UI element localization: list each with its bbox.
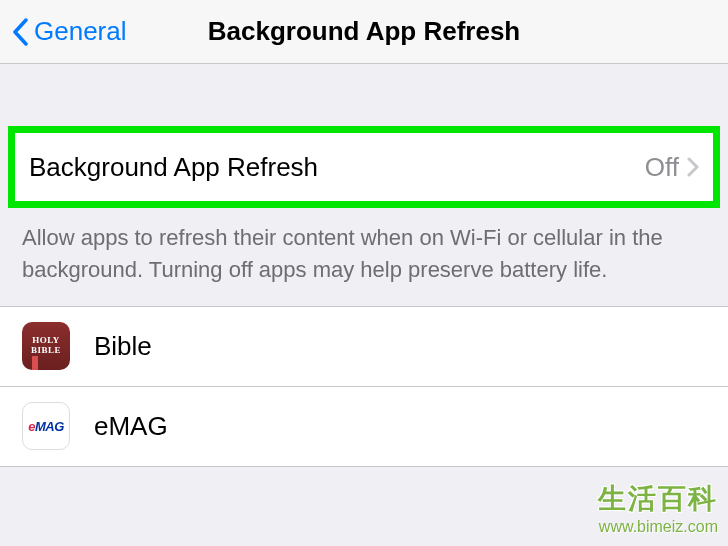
highlighted-setting-row: Background App Refresh Off [8, 126, 720, 208]
emag-app-icon: eMAG [22, 402, 70, 450]
navigation-bar: General Background App Refresh [0, 0, 728, 64]
background-app-refresh-row[interactable]: Background App Refresh Off [15, 133, 713, 201]
chevron-right-icon [687, 157, 699, 177]
app-row-emag[interactable]: eMAG eMAG [0, 387, 728, 467]
setting-value: Off [645, 152, 679, 183]
app-list: HOLY BIBLE Bible eMAG eMAG [0, 306, 728, 467]
app-label: eMAG [94, 411, 168, 442]
setting-value-group: Off [645, 152, 699, 183]
app-label: Bible [94, 331, 152, 362]
bible-app-icon: HOLY BIBLE [22, 322, 70, 370]
setting-label: Background App Refresh [29, 152, 318, 183]
setting-description: Allow apps to refresh their content when… [0, 208, 728, 306]
watermark-title: 生活百科 [598, 480, 718, 518]
back-button[interactable]: General [12, 16, 127, 47]
chevron-left-icon [12, 18, 30, 46]
watermark: 生活百科 www.bimeiz.com [598, 480, 718, 536]
app-row-bible[interactable]: HOLY BIBLE Bible [0, 307, 728, 387]
watermark-url: www.bimeiz.com [598, 518, 718, 536]
spacer [0, 64, 728, 126]
back-label: General [34, 16, 127, 47]
page-title: Background App Refresh [208, 16, 521, 47]
